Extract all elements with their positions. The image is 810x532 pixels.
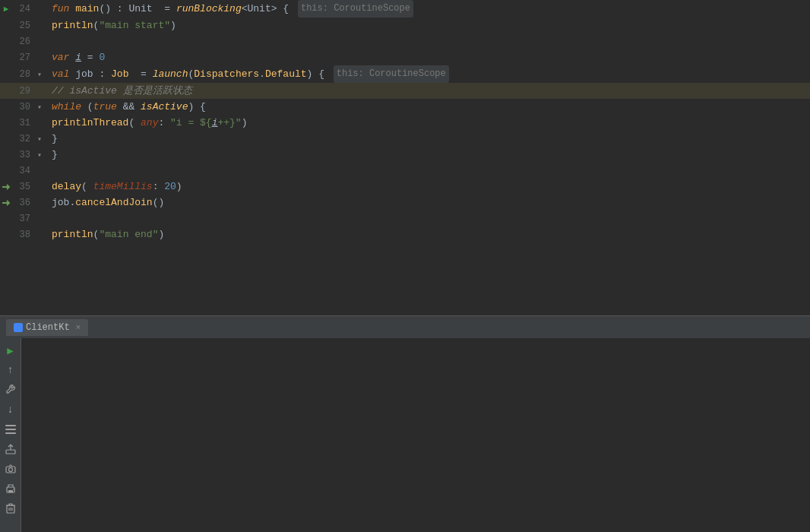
code-token: any bbox=[141, 115, 158, 131]
line-gutter: 37 bbox=[0, 211, 49, 226]
list-button[interactable] bbox=[2, 420, 20, 439]
code-token: Default bbox=[265, 66, 307, 82]
code-line: 34 bbox=[0, 163, 810, 179]
code-lines: ▶24fun main() : Unit = runBlocking<Unit>… bbox=[0, 0, 810, 242]
code-line: 32▾ } bbox=[0, 131, 810, 147]
line-number: 30 bbox=[12, 102, 35, 112]
line-gutter: 32▾ bbox=[0, 131, 49, 147]
code-token: ) bbox=[176, 179, 182, 195]
debug-arrow[interactable] bbox=[0, 182, 12, 192]
line-number: 36 bbox=[12, 198, 35, 208]
fold-icon[interactable]: ▾ bbox=[35, 103, 44, 112]
svg-point-8 bbox=[13, 488, 14, 489]
line-gutter: 28▾ bbox=[0, 65, 49, 83]
camera-icon bbox=[5, 464, 16, 473]
code-line: 27 var i = 0 bbox=[0, 49, 810, 65]
code-token: main bbox=[75, 1, 99, 17]
line-number: 25 bbox=[12, 21, 35, 31]
code-token: job bbox=[75, 66, 93, 82]
line-number: 33 bbox=[12, 150, 35, 160]
type-hint: this: CoroutineScope bbox=[334, 65, 449, 83]
line-number: 29 bbox=[12, 86, 35, 97]
line-gutter: 35 bbox=[0, 179, 49, 195]
code-token: true bbox=[93, 99, 117, 115]
type-hint: this: CoroutineScope bbox=[298, 0, 413, 17]
run-tab[interactable]: ClientKt × bbox=[6, 319, 88, 336]
code-token: 20 bbox=[164, 179, 176, 195]
code-content bbox=[49, 211, 810, 226]
run-button[interactable]: ▶ bbox=[2, 341, 20, 359]
run-tab-label: ClientKt bbox=[26, 322, 70, 333]
line-gutter: 26 bbox=[0, 33, 49, 49]
code-token: ++}" bbox=[217, 115, 241, 131]
delete-button[interactable] bbox=[2, 499, 20, 518]
code-token: runBlocking bbox=[176, 1, 242, 17]
output-area bbox=[21, 338, 810, 532]
run-tab-close[interactable]: × bbox=[76, 323, 81, 332]
print-icon bbox=[5, 484, 16, 494]
code-token: Dispatchers bbox=[194, 66, 259, 82]
line-number: 35 bbox=[12, 182, 35, 192]
code-token: } bbox=[52, 147, 58, 163]
svg-point-5 bbox=[8, 468, 12, 472]
code-line: 30▾ while (true && isActive) { bbox=[0, 99, 810, 115]
code-line: 28▾ val job : Job = launch(Dispatchers.D… bbox=[0, 65, 810, 83]
code-line: 36 job.cancelAndJoin() bbox=[0, 195, 810, 211]
svg-rect-3 bbox=[6, 450, 15, 454]
debug-arrow[interactable] bbox=[0, 198, 12, 208]
code-token: launch bbox=[153, 66, 188, 82]
code-content: delay( timeMillis: 20) bbox=[49, 179, 810, 195]
print-button[interactable] bbox=[2, 480, 20, 498]
line-gutter: 27 bbox=[0, 49, 49, 65]
code-token: timeMillis bbox=[93, 179, 153, 195]
code-token: printlnThread bbox=[52, 115, 128, 131]
code-content: val job : Job = launch(Dispatchers.Defau… bbox=[49, 65, 810, 83]
settings-button[interactable] bbox=[2, 381, 20, 399]
code-token: ( bbox=[87, 99, 93, 115]
code-token: } bbox=[52, 131, 58, 147]
line-gutter: 30▾ bbox=[0, 99, 49, 115]
code-line: 35 delay( timeMillis: 20) bbox=[0, 179, 810, 195]
line-number: 27 bbox=[12, 52, 35, 63]
line-number: 37 bbox=[12, 214, 35, 224]
scroll-down-button[interactable]: ↓ bbox=[2, 401, 20, 419]
code-token: : bbox=[153, 179, 165, 195]
code-content: } bbox=[49, 147, 810, 163]
code-token: 0 bbox=[99, 49, 105, 65]
screenshot-button[interactable] bbox=[2, 460, 20, 478]
code-token: while bbox=[52, 99, 87, 115]
code-token: Unit bbox=[128, 1, 152, 17]
code-token: cancelAndJoin bbox=[75, 195, 152, 211]
code-token: && bbox=[117, 99, 141, 115]
code-token: "main end" bbox=[99, 226, 158, 242]
fold-icon[interactable]: ▾ bbox=[35, 135, 44, 144]
fold-icon[interactable]: ▾ bbox=[35, 150, 44, 160]
code-token: "i = ${ bbox=[170, 115, 212, 131]
code-editor: ▶24fun main() : Unit = runBlocking<Unit>… bbox=[0, 0, 810, 315]
code-content: var i = 0 bbox=[49, 49, 810, 65]
export-button[interactable] bbox=[2, 440, 20, 458]
run-line-button[interactable]: ▶ bbox=[0, 4, 12, 14]
trash-icon bbox=[6, 503, 15, 514]
scroll-up-button[interactable]: ↑ bbox=[2, 361, 20, 379]
code-content: // isActive 是否是活跃状态 bbox=[49, 83, 810, 99]
code-content bbox=[49, 33, 810, 49]
code-token: job bbox=[52, 195, 69, 211]
code-token: // isActive 是否是活跃状态 bbox=[52, 83, 192, 99]
code-token: ( bbox=[188, 66, 194, 82]
fold-icon[interactable]: ▾ bbox=[35, 70, 44, 79]
code-content: println("main end") bbox=[49, 226, 810, 242]
code-token: ( bbox=[93, 17, 100, 33]
code-line: 25 println("main start") bbox=[0, 17, 810, 33]
line-gutter: 36 bbox=[0, 195, 49, 211]
line-number: 31 bbox=[12, 118, 35, 128]
line-number: 24 bbox=[12, 4, 35, 14]
line-gutter: 34 bbox=[0, 163, 49, 179]
code-token: () bbox=[153, 195, 165, 211]
code-token: ( bbox=[128, 115, 141, 131]
line-number: 34 bbox=[12, 166, 35, 176]
code-token: = bbox=[81, 49, 99, 65]
code-token: : bbox=[93, 66, 111, 82]
code-line: 31 printlnThread( any: "i = ${i++}") bbox=[0, 115, 810, 131]
code-content: job.cancelAndJoin() bbox=[49, 195, 810, 211]
